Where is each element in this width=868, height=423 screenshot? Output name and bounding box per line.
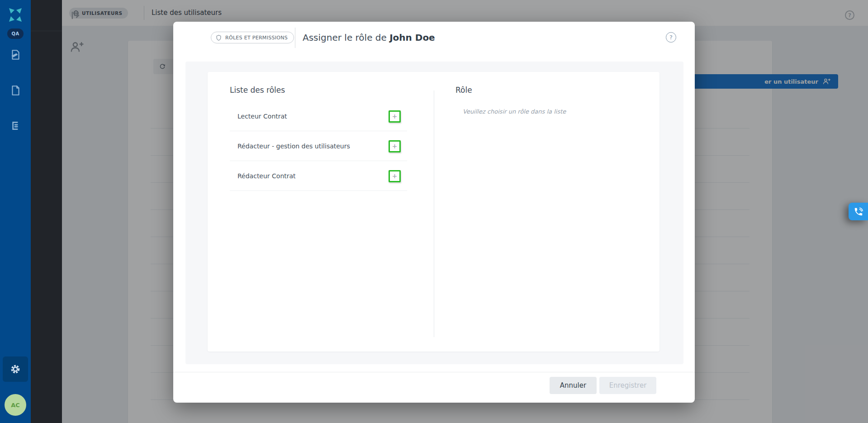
brand-logo-icon[interactable] xyxy=(6,6,24,24)
cancel-button[interactable]: Annuler xyxy=(550,377,597,394)
role-list-item: Rédacteur Contrat + xyxy=(230,161,407,191)
modal-title: Assigner le rôle de John Doe xyxy=(303,32,435,43)
add-role-button[interactable]: + xyxy=(389,140,401,152)
columns-divider xyxy=(434,90,434,337)
rail-divider xyxy=(31,31,62,31)
settings-button[interactable] xyxy=(3,356,28,382)
phone-call-icon xyxy=(854,207,863,217)
add-role-button[interactable]: + xyxy=(389,110,401,123)
roles-permissions-badge-label: RÔLES ET PERMISSIONS xyxy=(225,35,288,41)
role-label: Lecteur Contrat xyxy=(237,101,287,131)
modal-footer-divider xyxy=(173,372,695,372)
roles-list-heading: Liste des rôles xyxy=(230,86,285,95)
secondary-sidebar xyxy=(31,0,62,423)
roles-list: Lecteur Contrat + Rédacteur - gestion de… xyxy=(230,101,407,191)
modal-body-panel: Liste des rôles Lecteur Contrat + Rédact… xyxy=(185,62,683,364)
role-list-item: Rédacteur - gestion des utilisateurs + xyxy=(230,131,407,161)
role-label: Rédacteur - gestion des utilisateurs xyxy=(237,131,350,161)
role-empty-hint: Veuillez choisir un rôle dans la liste xyxy=(463,108,566,115)
modal-title-user-name: John Doe xyxy=(389,32,435,43)
roles-card: Liste des rôles Lecteur Contrat + Rédact… xyxy=(208,72,659,352)
add-role-button[interactable]: + xyxy=(389,170,401,182)
role-list-item: Lecteur Contrat + xyxy=(230,101,407,131)
documents-icon[interactable] xyxy=(9,85,21,96)
save-button[interactable]: Enregistrer xyxy=(599,377,656,394)
modal-help-icon[interactable]: ? xyxy=(666,32,676,43)
workspace-panel-icon[interactable] xyxy=(9,120,21,132)
workspace-badge: QA xyxy=(7,29,24,39)
modal-title-prefix: Assigner le rôle de xyxy=(303,32,389,43)
modal-header-divider xyxy=(295,28,295,48)
primary-sidebar: QA AC xyxy=(0,0,31,423)
application-window: QA AC xyxy=(0,0,868,423)
user-avatar[interactable]: AC xyxy=(5,394,26,416)
role-label: Rédacteur Contrat xyxy=(237,161,296,191)
gear-icon xyxy=(9,363,21,375)
role-detail-heading: Rôle xyxy=(455,86,472,95)
support-call-tab[interactable] xyxy=(849,203,868,220)
assign-role-modal: RÔLES ET PERMISSIONS Assigner le rôle de… xyxy=(173,22,695,403)
shield-icon xyxy=(215,34,222,41)
contracts-signature-icon[interactable] xyxy=(9,49,21,61)
roles-permissions-badge: RÔLES ET PERMISSIONS xyxy=(211,32,294,43)
